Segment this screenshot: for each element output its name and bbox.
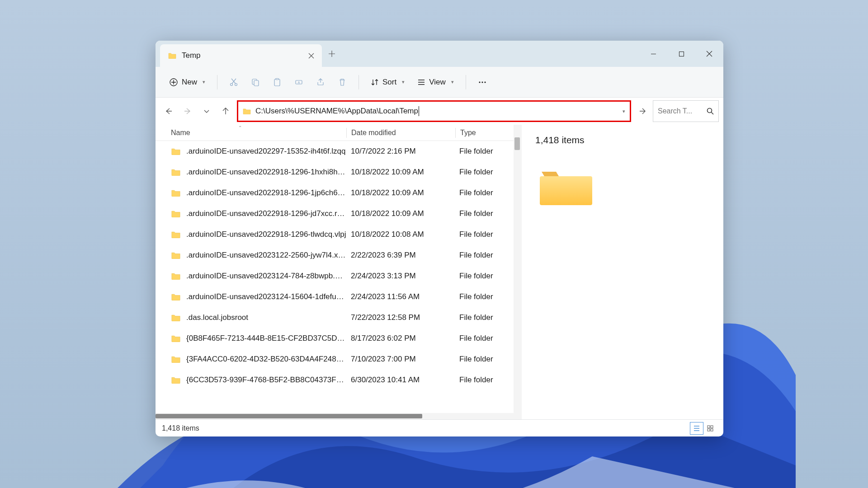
window-controls — [639, 41, 723, 67]
titlebar: Temp — [156, 41, 723, 67]
file-row[interactable]: .arduinoIDE-unsaved2023124-15604-1dfefux… — [156, 286, 522, 307]
list-view-icon — [693, 425, 700, 432]
file-explorer-window: Temp New ▾ — [156, 41, 723, 436]
paste-button[interactable] — [267, 73, 287, 91]
more-button[interactable] — [472, 73, 492, 91]
chevron-down-icon[interactable]: ▾ — [623, 108, 625, 114]
file-name: .arduinoIDE-unsaved2022918-1296-tlwdcq.v… — [186, 230, 346, 239]
view-icon — [417, 78, 425, 86]
share-button[interactable] — [311, 73, 330, 91]
svg-point-13 — [708, 108, 712, 113]
close-icon — [706, 51, 712, 57]
vertical-scrollbar[interactable] — [514, 125, 522, 419]
horizontal-scrollbar[interactable] — [156, 413, 516, 419]
file-name-cell: .arduinoIDE-unsaved2023122-2560-jyw7l4.x… — [156, 251, 346, 260]
details-view-toggle[interactable] — [690, 422, 703, 435]
search-input[interactable]: Search T... — [653, 100, 719, 122]
file-name: .das.local.jobsroot — [186, 313, 248, 322]
column-headers: Name ⌃ Date modified Type — [156, 125, 522, 141]
file-row[interactable]: .arduinoIDE-unsaved2022918-1296-1jp6ch6.… — [156, 183, 522, 203]
file-row[interactable]: .arduinoIDE-unsaved2022918-1296-tlwdcq.v… — [156, 224, 522, 245]
svg-rect-15 — [711, 426, 713, 428]
view-button[interactable]: View ▾ — [412, 73, 459, 91]
svg-point-2 — [231, 83, 233, 85]
file-type-cell: File folder — [455, 209, 522, 218]
toolbar: New ▾ A Sort ▾ View ▾ — [156, 67, 723, 98]
svg-rect-16 — [708, 429, 710, 431]
file-name: .arduinoIDE-unsaved2022918-1296-jd7xcc.r… — [186, 209, 346, 218]
rename-icon: A — [294, 78, 303, 87]
file-row[interactable]: {0B8F465F-7213-444B-8E15-CF2BD37C5D4A}8/… — [156, 328, 522, 349]
file-name-cell: .arduinoIDE-unsaved2022918-1296-1jp6ch6.… — [156, 188, 346, 197]
file-row[interactable]: .arduinoIDE-unsaved2022918-1296-1hxhi8h.… — [156, 162, 522, 183]
new-label: New — [182, 78, 197, 87]
sort-button[interactable]: Sort ▾ — [365, 73, 410, 91]
status-text: 1,418 items — [162, 424, 199, 432]
folder-icon — [243, 108, 251, 114]
go-button[interactable] — [634, 103, 651, 120]
tab-temp[interactable]: Temp — [160, 44, 322, 67]
scrollbar-thumb[interactable] — [156, 414, 422, 418]
rename-button[interactable]: A — [289, 73, 309, 91]
file-row[interactable]: .arduinoIDE-unsaved2023122-2560-jyw7l4.x… — [156, 245, 522, 266]
cut-button[interactable] — [224, 73, 244, 91]
column-date[interactable]: Date modified — [347, 129, 455, 137]
file-name-cell: {0B8F465F-7213-444B-8E15-CF2BD37C5D4A} — [156, 334, 346, 343]
chevron-down-icon: ▾ — [402, 79, 405, 85]
svg-rect-5 — [254, 80, 259, 86]
plus-circle-icon — [169, 78, 178, 87]
up-button[interactable] — [217, 103, 234, 120]
file-row[interactable]: {6CC3D573-939F-4768-B5F2-BB8C04373F05}6/… — [156, 370, 522, 390]
scrollbar-thumb[interactable] — [514, 137, 520, 150]
column-type[interactable]: Type — [456, 129, 522, 137]
column-name[interactable]: Name ⌃ — [156, 129, 346, 137]
back-button[interactable] — [160, 103, 177, 120]
file-date-cell: 10/7/2022 2:16 PM — [346, 147, 455, 156]
delete-button[interactable] — [332, 73, 352, 91]
file-row[interactable]: .arduinoIDE-unsaved2022918-1296-jd7xcc.r… — [156, 203, 522, 224]
details-pane: 1,418 items — [522, 125, 723, 419]
file-type-cell: File folder — [455, 292, 522, 301]
file-name: .arduinoIDE-unsaved2023122-2560-jyw7l4.x… — [186, 251, 346, 260]
svg-point-12 — [484, 81, 486, 83]
file-type-cell: File folder — [455, 251, 522, 260]
close-tab-button[interactable] — [304, 48, 318, 63]
cut-icon — [229, 78, 238, 87]
new-button[interactable]: New ▾ — [164, 73, 211, 91]
plus-icon — [329, 51, 335, 57]
chevron-down-icon — [203, 108, 210, 114]
minimize-button[interactable] — [639, 41, 667, 67]
file-name: {0B8F465F-7213-444B-8E15-CF2BD37C5D4A} — [186, 334, 346, 343]
file-type-cell: File folder — [455, 272, 522, 281]
svg-point-10 — [479, 81, 480, 83]
file-row[interactable]: {3FA4ACC0-6202-4D32-B520-63D4A4F248A0}7/… — [156, 349, 522, 370]
share-icon — [316, 78, 325, 87]
file-name: .arduinoIDE-unsaved2023124-784-z8bwpb.wy… — [186, 272, 346, 281]
file-row[interactable]: .arduinoIDE-unsaved2023124-784-z8bwpb.wy… — [156, 266, 522, 286]
svg-rect-17 — [711, 429, 713, 431]
statusbar: 1,418 items — [156, 419, 723, 436]
trash-icon — [338, 78, 347, 87]
new-tab-button[interactable] — [322, 41, 342, 67]
file-name-cell: .das.local.jobsroot — [156, 313, 346, 322]
svg-rect-6 — [274, 79, 280, 86]
navbar: C:\Users\%USERNAME%\AppData\Local\Temp ▾… — [156, 98, 723, 125]
file-type-cell: File folder — [455, 147, 522, 156]
file-row[interactable]: .das.local.jobsroot7/22/2023 12:58 PMFil… — [156, 307, 522, 328]
thumbnails-view-toggle[interactable] — [703, 422, 717, 435]
item-count: 1,418 items — [535, 135, 710, 145]
address-bar[interactable]: C:\Users\%USERNAME%\AppData\Local\Temp ▾ — [237, 100, 631, 122]
svg-rect-14 — [708, 426, 710, 428]
file-name-cell: .arduinoIDE-unsaved202297-15352-ih4t6f.l… — [156, 147, 346, 156]
file-rows: .arduinoIDE-unsaved202297-15352-ih4t6f.l… — [156, 141, 522, 419]
svg-text:A: A — [298, 81, 300, 84]
file-name-cell: .arduinoIDE-unsaved2022918-1296-tlwdcq.v… — [156, 230, 346, 239]
copy-button[interactable] — [245, 73, 265, 91]
file-name-cell: .arduinoIDE-unsaved2023124-15604-1dfefux… — [156, 292, 346, 301]
file-row[interactable]: .arduinoIDE-unsaved202297-15352-ih4t6f.l… — [156, 141, 522, 162]
recent-button[interactable] — [198, 103, 215, 120]
file-name-cell: .arduinoIDE-unsaved2022918-1296-1hxhi8h.… — [156, 168, 346, 177]
close-window-button[interactable] — [695, 41, 723, 67]
forward-button[interactable] — [179, 103, 196, 120]
maximize-button[interactable] — [667, 41, 695, 67]
